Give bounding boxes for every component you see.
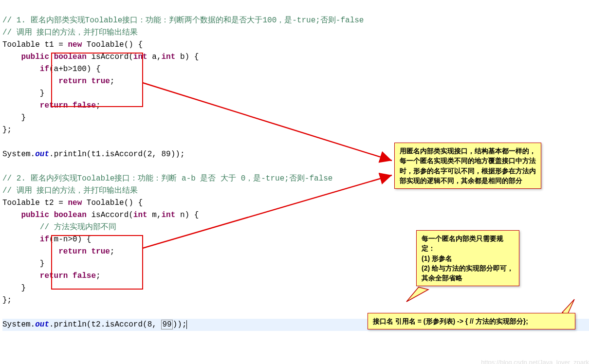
comment-line: // 1. 匿名内部类实现Toolable接口：功能：判断两个数据的和是否大于1… [2, 16, 364, 25]
code-line: return true; [2, 247, 114, 256]
code-line: // 方法实现内部不同 [2, 223, 116, 232]
callout-explanation-2: 每一个匿名内部类只需要规定： (1) 形参名 (2) 给与方法的实现部分即可，其… [416, 230, 519, 286]
code-line: } [2, 89, 44, 98]
code-line: return false; [2, 101, 101, 110]
code-line: System.out.println(t1.isAccord(2, 89)); [2, 150, 184, 159]
code-line: Toolable t2 = new Toolable() { [2, 199, 143, 207]
callout-explanation-1: 用匿名内部类实现接口，结构基本都一样的，每一个匿名实现类不同的地方覆盖接口中方法… [394, 143, 541, 189]
code-line: if(a+b>100) { [2, 65, 101, 73]
comment-line: // 2. 匿名内列实现Toolable接口：功能：判断 a-b 是否 大于 0… [2, 174, 332, 183]
code-line: if(m-n>0) { [2, 235, 91, 244]
blank-line [2, 138, 7, 146]
comment-line: // 调用 接口的方法，并打印输出结果 [2, 28, 138, 37]
code-line: public boolean isAccord(int m,int n) { [2, 211, 199, 219]
watermark-text: https://blog.csdn.net/Java_lover_zpark [481, 359, 589, 364]
code-line: } [2, 259, 44, 268]
code-line: public boolean isAccord(int a,int b) { [2, 53, 199, 61]
code-line: }; [2, 296, 12, 305]
blank-line [2, 162, 7, 171]
code-line: return false; [2, 272, 101, 280]
code-line: }; [2, 126, 12, 134]
code-line: } [2, 113, 26, 122]
comment-line: // 调用 接口的方法，并打印输出结果 [2, 186, 138, 195]
blank-line [2, 308, 7, 317]
code-line: return true; [2, 77, 114, 86]
code-line: } [2, 284, 26, 292]
code-line: Toolable t1 = new Toolable() { [2, 40, 143, 49]
callout-syntax: 接口名 引用名 = (形参列表) -> { // 方法的实现部分}; [368, 313, 575, 329]
